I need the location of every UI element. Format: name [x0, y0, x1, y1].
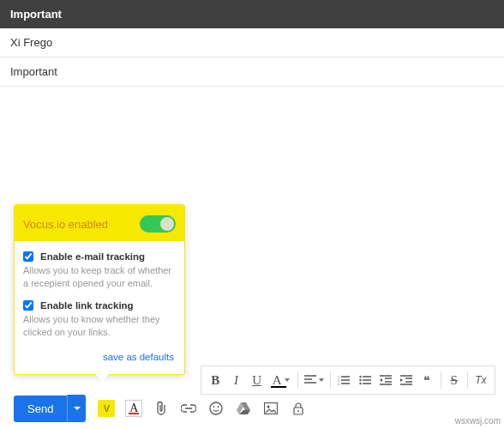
- numbered-list-icon: 123: [338, 375, 350, 385]
- align-icon: [304, 375, 316, 385]
- svg-point-10: [267, 406, 270, 408]
- italic-button[interactable]: I: [225, 370, 246, 390]
- send-more-button[interactable]: [67, 395, 86, 422]
- indent-less-button[interactable]: [375, 370, 396, 390]
- insert-emoji-button[interactable]: [207, 400, 225, 417]
- watermark: wsxwsj.com: [455, 416, 501, 426]
- vocus-popup-header: Vocus.io enabled: [15, 205, 184, 241]
- option-link-tracking: Enable link tracking Allows you to know …: [23, 300, 176, 339]
- confidential-mode-button[interactable]: [290, 400, 307, 417]
- paperclip-icon: [154, 401, 168, 416]
- lock-clock-icon: [291, 402, 305, 415]
- checkbox-link-tracking[interactable]: [23, 300, 33, 311]
- svg-point-6: [210, 402, 222, 414]
- vocus-popup: Vocus.io enabled Enable e-mail tracking …: [14, 204, 185, 375]
- bold-button[interactable]: B: [205, 370, 225, 390]
- insert-link-button[interactable]: [180, 400, 197, 417]
- link-icon: [181, 404, 196, 413]
- quote-button[interactable]: ❝: [417, 370, 437, 390]
- to-value: Xi Frego: [10, 36, 52, 49]
- save-defaults-link[interactable]: save as defaults: [103, 352, 174, 362]
- option-link-tracking-label[interactable]: Enable link tracking: [23, 300, 176, 311]
- svg-point-12: [297, 410, 299, 412]
- insert-drive-button[interactable]: [235, 400, 252, 417]
- svg-point-3: [359, 376, 361, 378]
- emoji-icon: [209, 402, 223, 415]
- svg-point-5: [359, 383, 361, 384]
- option-email-tracking: Enable e-mail tracking Allows you to kee…: [23, 251, 176, 290]
- numbered-list-button[interactable]: 123: [333, 370, 354, 390]
- attach-file-button[interactable]: [153, 400, 170, 417]
- checkbox-email-tracking[interactable]: [23, 251, 33, 262]
- drive-icon: [237, 402, 250, 414]
- remove-format-button[interactable]: Tx: [471, 370, 491, 390]
- indent-less-icon: [380, 375, 392, 385]
- compose-title: Important: [10, 8, 62, 21]
- svg-point-8: [218, 406, 219, 408]
- svg-point-7: [213, 406, 215, 408]
- format-toolbar: B I U A 123 ❝ S Tx: [201, 366, 495, 395]
- text-color-button[interactable]: A: [267, 370, 295, 390]
- insert-photo-button[interactable]: [262, 400, 279, 417]
- option-email-tracking-label[interactable]: Enable e-mail tracking: [23, 251, 176, 262]
- underline-button[interactable]: U: [247, 370, 267, 390]
- svg-text:3: 3: [338, 382, 339, 385]
- photo-icon: [264, 402, 278, 414]
- align-button[interactable]: [301, 370, 328, 390]
- option-link-tracking-desc: Allows you to know whether they clicked …: [23, 313, 176, 339]
- bullet-list-icon: [359, 375, 371, 385]
- strikethrough-button[interactable]: S: [444, 370, 465, 390]
- to-field[interactable]: Xi Frego: [0, 28, 504, 57]
- vocus-icon[interactable]: V: [98, 400, 115, 417]
- indent-more-icon: [400, 375, 412, 385]
- indent-more-button[interactable]: [396, 370, 417, 390]
- vocus-popup-body: Enable e-mail tracking Allows you to kee…: [15, 241, 184, 374]
- formatting-options-button[interactable]: A: [125, 400, 142, 417]
- subject-field[interactable]: Important: [0, 57, 504, 87]
- svg-point-4: [359, 379, 361, 381]
- compose-header: Important: [0, 0, 504, 28]
- bullet-list-button[interactable]: [355, 370, 375, 390]
- send-button[interactable]: Send: [14, 396, 67, 422]
- vocus-toggle[interactable]: [140, 215, 176, 233]
- action-bar: Send V A: [14, 395, 307, 422]
- subject-value: Important: [10, 65, 57, 78]
- option-email-tracking-desc: Allows you to keep track of whether a re…: [23, 264, 176, 290]
- vocus-popup-title: Vocus.io enabled: [23, 218, 108, 231]
